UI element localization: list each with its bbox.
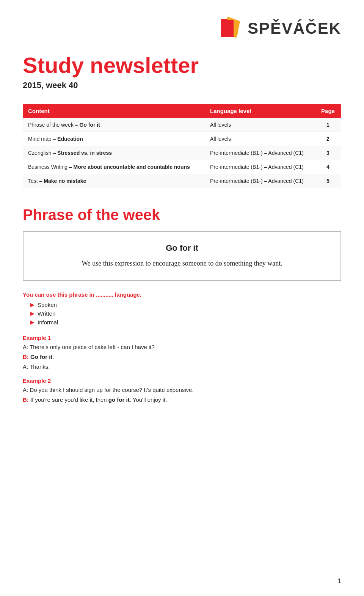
toc-row: Test – Make no mistakePre-intermediate (…	[23, 174, 341, 188]
logo-icon	[220, 15, 242, 42]
example-heading: Example 1	[23, 335, 341, 341]
toc-cell-level: Pre-intermediate (B1-) – Advanced (C1)	[205, 146, 315, 160]
examples-container: Example 1A: There's only one piece of ca…	[23, 335, 341, 404]
example-line: A: Thanks.	[23, 362, 341, 371]
svg-rect-4	[221, 20, 234, 37]
toc-row: Phrase of the week – Go for itAll levels…	[23, 118, 341, 132]
phrase-list-item-label: Written	[38, 310, 55, 317]
speaker-label: B:	[23, 354, 30, 360]
arrow-icon: ▶	[30, 310, 35, 316]
toc-cell-content: Phrase of the week – Go for it	[23, 118, 205, 132]
toc-row: Czenglish – Stressed vs. in stressPre-in…	[23, 146, 341, 160]
phrase-list: ▶Spoken▶Written▶Informal	[23, 302, 341, 326]
phrase-box: Go for it We use this expression to enco…	[23, 231, 341, 281]
speaker-label: A:	[23, 344, 30, 350]
page-subtitle: 2015, week 40	[23, 80, 341, 90]
toc-cell-page: 4	[315, 160, 341, 174]
example-line: B: Go for it.	[23, 352, 341, 362]
toc-col-content: Content	[23, 104, 205, 118]
toc-col-level: Language level	[205, 104, 315, 118]
toc-cell-content: Czenglish – Stressed vs. in stress	[23, 146, 205, 160]
phrase-box-title: Go for it	[39, 243, 325, 253]
logo-container: SPĚVÁČEK	[220, 15, 341, 42]
use-phrase-text: You can use this phrase in ........... l…	[23, 291, 341, 298]
example-line: A: Do you think I should sign up for the…	[23, 385, 341, 395]
arrow-icon: ▶	[30, 319, 35, 325]
page-number: 1	[338, 578, 341, 585]
example-heading: Example 2	[23, 377, 341, 384]
toc-cell-page: 5	[315, 174, 341, 188]
toc-col-page: Page	[315, 104, 341, 118]
toc-cell-content: Test – Make no mistake	[23, 174, 205, 188]
phrase-list-item: ▶Written	[30, 310, 341, 317]
page-title: Study newsletter	[23, 53, 341, 77]
phrase-list-item: ▶Spoken	[30, 302, 341, 308]
toc-cell-level: All levels	[205, 118, 315, 132]
toc-cell-page: 3	[315, 146, 341, 160]
toc-cell-level: All levels	[205, 132, 315, 146]
toc-cell-page: 2	[315, 132, 341, 146]
toc-header: Content Language level Page	[23, 104, 341, 118]
speaker-label: A:	[23, 387, 30, 393]
toc-cell-level: Pre-intermediate (B1-) – Advanced (C1)	[205, 160, 315, 174]
toc-cell-page: 1	[315, 118, 341, 132]
arrow-icon: ▶	[30, 302, 35, 308]
toc-table: Content Language level Page Phrase of th…	[23, 104, 341, 188]
phrase-list-item-label: Spoken	[38, 302, 57, 308]
speaker-label: B:	[23, 396, 30, 403]
phrase-list-item: ▶Informal	[30, 319, 341, 326]
logo-text: SPĚVÁČEK	[248, 19, 341, 38]
toc-cell-content: Business Writing – More about uncountabl…	[23, 160, 205, 174]
speaker-label: A:	[23, 363, 30, 370]
toc-row: Business Writing – More about uncountabl…	[23, 160, 341, 174]
phrase-list-item-label: Informal	[38, 319, 58, 326]
header: SPĚVÁČEK	[23, 15, 341, 42]
example-line: B: If you're sure you'd like it, then go…	[23, 395, 341, 404]
toc-row: Mind map – EducationAll levels2	[23, 132, 341, 146]
phrase-box-description: We use this expression to encourage some…	[39, 258, 325, 269]
toc-cell-content: Mind map – Education	[23, 132, 205, 146]
toc-cell-level: Pre-intermediate (B1-) – Advanced (C1)	[205, 174, 315, 188]
section-heading-phrase: Phrase of the week	[23, 206, 341, 223]
toc-body: Phrase of the week – Go for itAll levels…	[23, 118, 341, 188]
example-line: A: There's only one piece of cake left -…	[23, 343, 341, 352]
